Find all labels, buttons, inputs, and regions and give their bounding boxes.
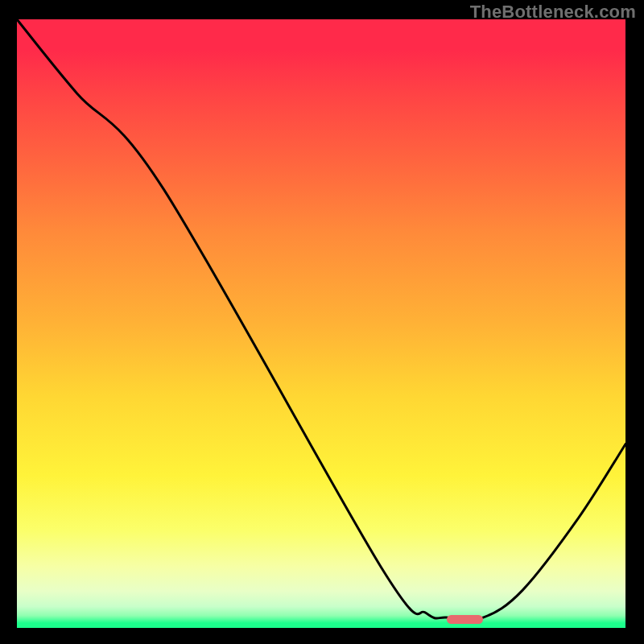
trough-marker — [447, 615, 483, 624]
plot-area — [17, 19, 625, 628]
watermark-text: TheBottleneck.com — [470, 2, 636, 23]
bottleneck-curve — [17, 19, 625, 628]
